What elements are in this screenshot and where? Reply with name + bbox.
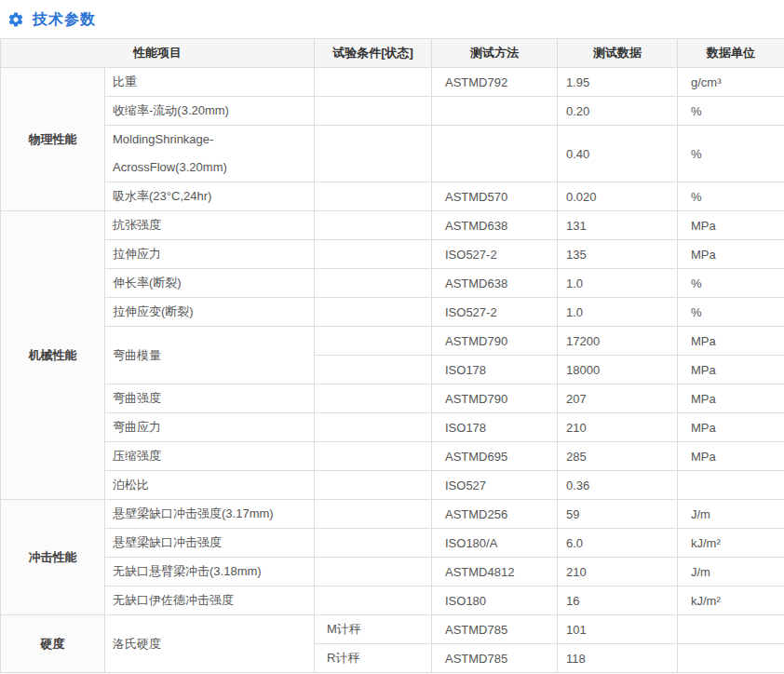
value-cell: 101 (558, 615, 678, 644)
table-row: 泊松比 ISO527 0.36 (1, 471, 784, 500)
method-cell: ISO527 (432, 471, 558, 500)
method-cell: ISO178 (432, 356, 558, 384)
table-row: 吸水率(23°C,24hr) ASTMD570 0.020 % (1, 182, 784, 211)
condition-cell (315, 558, 432, 586)
table-row: 物理性能 比重 ASTMD792 1.95 g/cm³ (1, 68, 784, 97)
method-cell: ISO527-2 (432, 298, 558, 327)
condition-cell (315, 529, 432, 558)
item-cell: 无缺口悬臂梁冲击(3.18mm) (105, 558, 315, 586)
unit-cell (678, 615, 784, 644)
condition-cell (315, 327, 432, 356)
category-cell: 物理性能 (1, 68, 105, 211)
method-cell: ISO180 (432, 586, 558, 615)
method-cell: ASTMD790 (432, 327, 558, 356)
unit-cell: MPa (678, 356, 784, 384)
table-row: 弯曲模量 ASTMD790 17200 MPa (1, 327, 784, 356)
condition-cell (315, 269, 432, 298)
method-cell: ASTMD790 (432, 384, 558, 413)
unit-cell: % (678, 298, 784, 327)
item-cell: 吸水率(23°C,24hr) (105, 182, 315, 211)
condition-cell (315, 384, 432, 413)
unit-cell: kJ/m² (678, 586, 784, 615)
item-cell: 比重 (105, 68, 315, 97)
item-cell: 拉伸应变(断裂) (105, 298, 315, 327)
condition-cell (315, 471, 432, 500)
method-cell: ASTMD638 (432, 211, 558, 240)
method-cell: ISO178 (432, 413, 558, 442)
unit-cell (678, 644, 784, 673)
unit-cell: J/m (678, 558, 784, 586)
item-cell: 压缩强度 (105, 442, 315, 471)
item-cell: 抗张强度 (105, 211, 315, 240)
unit-cell: J/m (678, 500, 784, 529)
method-cell: ASTMD785 (432, 644, 558, 673)
value-cell: 210 (558, 413, 678, 442)
item-cell: 无缺口伊佐德冲击强度 (105, 586, 315, 615)
unit-cell: MPa (678, 240, 784, 269)
value-cell: 59 (558, 500, 678, 529)
condition-cell (315, 182, 432, 211)
item-cell: 悬壁梁缺口冲击强度(3.17mm) (105, 500, 315, 529)
table-row: MoldingShrinkage- AcrossFlow(3.20mm) 0.4… (1, 126, 784, 182)
unit-cell: MPa (678, 327, 784, 356)
table-row: 伸长率(断裂) ASTMD638 1.0 % (1, 269, 784, 298)
table-row: 机械性能 抗张强度 ASTMD638 131 MPa (1, 211, 784, 240)
item-cell: 泊松比 (105, 471, 315, 500)
header-method: 测试方法 (432, 39, 558, 68)
value-cell: 285 (558, 442, 678, 471)
table-row: 悬壁梁缺口冲击强度 ISO180/A 6.0 kJ/m² (1, 529, 784, 558)
category-cell: 冲击性能 (1, 500, 105, 615)
item-cell: 弯曲应力 (105, 413, 315, 442)
condition-cell (315, 500, 432, 529)
item-line-1: MoldingShrinkage- (113, 126, 308, 154)
value-cell: 1.0 (558, 298, 678, 327)
unit-cell: % (678, 182, 784, 211)
table-row: 压缩强度 ASTMD695 285 MPa (1, 442, 784, 471)
value-cell: 1.0 (558, 269, 678, 298)
condition-cell (315, 97, 432, 126)
table-row: 拉伸应变(断裂) ISO527-2 1.0 % (1, 298, 784, 327)
table-row: 弯曲强度 ASTMD790 207 MPa (1, 384, 784, 413)
method-cell: ASTMD4812 (432, 558, 558, 586)
header-unit: 数据单位 (678, 39, 784, 68)
item-cell: 拉伸应力 (105, 240, 315, 269)
value-cell: 0.020 (558, 182, 678, 211)
condition-cell: R计秤 (315, 644, 432, 673)
value-cell: 18000 (558, 356, 678, 384)
condition-cell (315, 442, 432, 471)
condition-cell (315, 356, 432, 384)
header-condition: 试验条件[状态] (315, 39, 432, 68)
unit-cell: g/cm³ (678, 68, 784, 97)
value-cell: 16 (558, 586, 678, 615)
value-cell: 118 (558, 644, 678, 673)
value-cell: 6.0 (558, 529, 678, 558)
item-cell: 洛氏硬度 (105, 615, 315, 673)
condition-cell: M计秤 (315, 615, 432, 644)
table-row: 收缩率-流动(3.20mm) 0.20 % (1, 97, 784, 126)
value-cell: 0.20 (558, 97, 678, 126)
condition-cell (315, 586, 432, 615)
condition-cell (315, 298, 432, 327)
table-row: 冲击性能 悬壁梁缺口冲击强度(3.17mm) ASTMD256 59 J/m (1, 500, 784, 529)
method-cell: ASTMD570 (432, 182, 558, 211)
value-cell: 135 (558, 240, 678, 269)
method-cell: ASTMD638 (432, 269, 558, 298)
method-cell (432, 97, 558, 126)
header-item: 性能项目 (1, 39, 315, 68)
unit-cell: % (678, 269, 784, 298)
condition-cell (315, 68, 432, 97)
unit-cell: MPa (678, 413, 784, 442)
condition-cell (315, 413, 432, 442)
value-cell: 210 (558, 558, 678, 586)
condition-cell (315, 126, 432, 182)
value-cell: 1.95 (558, 68, 678, 97)
category-cell: 机械性能 (1, 211, 105, 500)
value-cell: 0.40 (558, 126, 678, 182)
table-row: 无缺口伊佐德冲击强度 ISO180 16 kJ/m² (1, 586, 784, 615)
unit-cell: MPa (678, 211, 784, 240)
item-cell: 伸长率(断裂) (105, 269, 315, 298)
table-row: 拉伸应力 ISO527-2 135 MPa (1, 240, 784, 269)
params-table: 性能项目 试验条件[状态] 测试方法 测试数据 数据单位 物理性能 比重 AST… (0, 38, 784, 673)
unit-cell: kJ/m² (678, 529, 784, 558)
unit-cell (678, 471, 784, 500)
